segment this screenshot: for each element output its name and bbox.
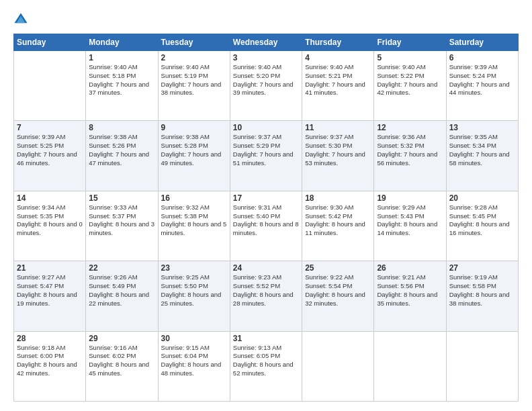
day-header-monday: Monday xyxy=(86,34,158,51)
cell-info: Sunrise: 9:37 AMSunset: 5:29 PMDaylight:… xyxy=(233,133,299,167)
calendar-cell: 18Sunrise: 9:30 AMSunset: 5:42 PMDayligh… xyxy=(302,191,374,261)
calendar-cell: 9Sunrise: 9:38 AMSunset: 5:28 PMDaylight… xyxy=(158,121,230,191)
day-header-tuesday: Tuesday xyxy=(158,34,230,51)
day-number: 23 xyxy=(161,263,227,273)
calendar-cell: 17Sunrise: 9:31 AMSunset: 5:40 PMDayligh… xyxy=(230,191,302,261)
day-number: 2 xyxy=(161,53,227,62)
cell-info: Sunrise: 9:30 AMSunset: 5:42 PMDaylight:… xyxy=(305,203,371,238)
day-number: 15 xyxy=(89,193,154,203)
cell-info: Sunrise: 9:39 AMSunset: 5:24 PMDaylight:… xyxy=(449,63,515,97)
day-number: 4 xyxy=(305,53,371,62)
day-number: 29 xyxy=(89,334,154,343)
cell-info: Sunrise: 9:23 AMSunset: 5:52 PMDaylight:… xyxy=(233,273,299,308)
logo xyxy=(13,12,30,27)
cell-info: Sunrise: 9:40 AMSunset: 5:18 PMDaylight:… xyxy=(89,63,154,97)
calendar-cell: 20Sunrise: 9:28 AMSunset: 5:45 PMDayligh… xyxy=(446,191,518,261)
day-number: 16 xyxy=(161,193,227,203)
calendar-cell: 25Sunrise: 9:22 AMSunset: 5:54 PMDayligh… xyxy=(302,261,374,331)
cell-info: Sunrise: 9:19 AMSunset: 5:58 PMDaylight:… xyxy=(449,273,515,308)
calendar-cell: 30Sunrise: 9:15 AMSunset: 6:04 PMDayligh… xyxy=(158,331,230,401)
day-number: 27 xyxy=(449,263,515,273)
calendar-cell: 10Sunrise: 9:37 AMSunset: 5:29 PMDayligh… xyxy=(230,121,302,191)
calendar-cell: 15Sunrise: 9:33 AMSunset: 5:37 PMDayligh… xyxy=(86,191,158,261)
calendar-cell: 13Sunrise: 9:35 AMSunset: 5:34 PMDayligh… xyxy=(446,121,518,191)
calendar-cell: 23Sunrise: 9:25 AMSunset: 5:50 PMDayligh… xyxy=(158,261,230,331)
day-number: 22 xyxy=(89,263,154,273)
cell-info: Sunrise: 9:36 AMSunset: 5:32 PMDaylight:… xyxy=(377,133,443,167)
day-number: 3 xyxy=(233,53,299,62)
cell-info: Sunrise: 9:29 AMSunset: 5:43 PMDaylight:… xyxy=(377,203,443,238)
calendar-cell: 28Sunrise: 9:18 AMSunset: 6:00 PMDayligh… xyxy=(14,331,86,401)
calendar: SundayMondayTuesdayWednesdayThursdayFrid… xyxy=(13,34,519,402)
day-number: 8 xyxy=(89,123,154,132)
cell-info: Sunrise: 9:37 AMSunset: 5:30 PMDaylight:… xyxy=(305,133,371,167)
calendar-cell xyxy=(302,331,374,401)
calendar-cell: 2Sunrise: 9:40 AMSunset: 5:19 PMDaylight… xyxy=(158,51,230,121)
calendar-cell: 21Sunrise: 9:27 AMSunset: 5:47 PMDayligh… xyxy=(14,261,86,331)
logo-icon xyxy=(13,12,28,27)
header xyxy=(13,12,519,27)
calendar-cell: 31Sunrise: 9:13 AMSunset: 6:05 PMDayligh… xyxy=(230,331,302,401)
calendar-week-row: 7Sunrise: 9:39 AMSunset: 5:25 PMDaylight… xyxy=(14,121,519,191)
calendar-cell: 26Sunrise: 9:21 AMSunset: 5:56 PMDayligh… xyxy=(374,261,446,331)
day-number: 12 xyxy=(377,123,443,132)
calendar-cell: 3Sunrise: 9:40 AMSunset: 5:20 PMDaylight… xyxy=(230,51,302,121)
cell-info: Sunrise: 9:34 AMSunset: 5:35 PMDaylight:… xyxy=(17,203,83,238)
day-number: 10 xyxy=(233,123,299,132)
cell-info: Sunrise: 9:40 AMSunset: 5:20 PMDaylight:… xyxy=(233,63,299,97)
day-number: 17 xyxy=(233,193,299,203)
cell-info: Sunrise: 9:16 AMSunset: 6:02 PMDaylight:… xyxy=(89,344,154,378)
day-number: 9 xyxy=(161,123,227,132)
day-header-friday: Friday xyxy=(374,34,446,51)
day-number: 28 xyxy=(17,334,83,343)
calendar-week-row: 28Sunrise: 9:18 AMSunset: 6:00 PMDayligh… xyxy=(14,331,519,401)
day-number: 21 xyxy=(17,263,83,273)
cell-info: Sunrise: 9:31 AMSunset: 5:40 PMDaylight:… xyxy=(233,203,299,238)
calendar-cell: 14Sunrise: 9:34 AMSunset: 5:35 PMDayligh… xyxy=(14,191,86,261)
cell-info: Sunrise: 9:27 AMSunset: 5:47 PMDaylight:… xyxy=(17,273,83,308)
calendar-cell: 12Sunrise: 9:36 AMSunset: 5:32 PMDayligh… xyxy=(374,121,446,191)
calendar-cell: 24Sunrise: 9:23 AMSunset: 5:52 PMDayligh… xyxy=(230,261,302,331)
day-number: 18 xyxy=(305,193,371,203)
day-number: 25 xyxy=(305,263,371,273)
day-header-wednesday: Wednesday xyxy=(230,34,302,51)
calendar-cell: 1Sunrise: 9:40 AMSunset: 5:18 PMDaylight… xyxy=(86,51,158,121)
day-header-thursday: Thursday xyxy=(302,34,374,51)
day-number: 5 xyxy=(377,53,443,62)
cell-info: Sunrise: 9:22 AMSunset: 5:54 PMDaylight:… xyxy=(305,273,371,308)
day-number: 20 xyxy=(449,193,515,203)
cell-info: Sunrise: 9:38 AMSunset: 5:26 PMDaylight:… xyxy=(89,133,154,167)
calendar-cell xyxy=(14,51,86,121)
day-header-saturday: Saturday xyxy=(446,34,518,51)
calendar-cell xyxy=(374,331,446,401)
cell-info: Sunrise: 9:40 AMSunset: 5:21 PMDaylight:… xyxy=(305,63,371,97)
cell-info: Sunrise: 9:35 AMSunset: 5:34 PMDaylight:… xyxy=(449,133,515,167)
calendar-week-row: 1Sunrise: 9:40 AMSunset: 5:18 PMDaylight… xyxy=(14,51,519,121)
day-number: 31 xyxy=(233,334,299,343)
calendar-cell xyxy=(446,331,518,401)
calendar-week-row: 21Sunrise: 9:27 AMSunset: 5:47 PMDayligh… xyxy=(14,261,519,331)
day-number: 7 xyxy=(17,123,83,132)
calendar-cell: 29Sunrise: 9:16 AMSunset: 6:02 PMDayligh… xyxy=(86,331,158,401)
cell-info: Sunrise: 9:25 AMSunset: 5:50 PMDaylight:… xyxy=(161,273,227,308)
calendar-header-row: SundayMondayTuesdayWednesdayThursdayFrid… xyxy=(14,34,519,51)
calendar-cell: 27Sunrise: 9:19 AMSunset: 5:58 PMDayligh… xyxy=(446,261,518,331)
calendar-cell: 7Sunrise: 9:39 AMSunset: 5:25 PMDaylight… xyxy=(14,121,86,191)
calendar-cell: 6Sunrise: 9:39 AMSunset: 5:24 PMDaylight… xyxy=(446,51,518,121)
calendar-cell: 19Sunrise: 9:29 AMSunset: 5:43 PMDayligh… xyxy=(374,191,446,261)
day-number: 11 xyxy=(305,123,371,132)
day-number: 1 xyxy=(89,53,154,62)
calendar-cell: 22Sunrise: 9:26 AMSunset: 5:49 PMDayligh… xyxy=(86,261,158,331)
cell-info: Sunrise: 9:18 AMSunset: 6:00 PMDaylight:… xyxy=(17,344,83,378)
day-number: 13 xyxy=(449,123,515,132)
cell-info: Sunrise: 9:33 AMSunset: 5:37 PMDaylight:… xyxy=(89,203,154,238)
cell-info: Sunrise: 9:32 AMSunset: 5:38 PMDaylight:… xyxy=(161,203,227,238)
day-number: 30 xyxy=(161,334,227,343)
day-number: 26 xyxy=(377,263,443,273)
cell-info: Sunrise: 9:15 AMSunset: 6:04 PMDaylight:… xyxy=(161,344,227,378)
calendar-cell: 11Sunrise: 9:37 AMSunset: 5:30 PMDayligh… xyxy=(302,121,374,191)
calendar-cell: 8Sunrise: 9:38 AMSunset: 5:26 PMDaylight… xyxy=(86,121,158,191)
cell-info: Sunrise: 9:39 AMSunset: 5:25 PMDaylight:… xyxy=(17,133,83,167)
day-number: 14 xyxy=(17,193,83,203)
day-header-sunday: Sunday xyxy=(14,34,86,51)
